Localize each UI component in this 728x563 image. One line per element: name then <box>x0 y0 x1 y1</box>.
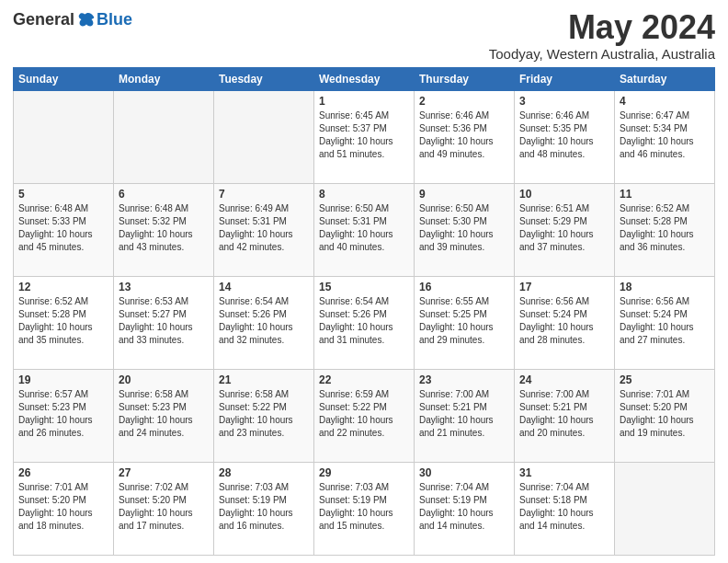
calendar-day-cell: 12Sunrise: 6:52 AM Sunset: 5:28 PM Dayli… <box>14 276 114 369</box>
calendar-day-cell: 9Sunrise: 6:50 AM Sunset: 5:30 PM Daylig… <box>415 183 515 276</box>
day-info: Sunrise: 6:55 AM Sunset: 5:25 PM Dayligh… <box>419 295 509 347</box>
day-number: 27 <box>119 466 209 479</box>
day-number: 26 <box>18 466 108 479</box>
day-info: Sunrise: 6:48 AM Sunset: 5:32 PM Dayligh… <box>119 202 209 254</box>
calendar-day-cell: 7Sunrise: 6:49 AM Sunset: 5:31 PM Daylig… <box>214 183 314 276</box>
calendar-day-cell: 14Sunrise: 6:54 AM Sunset: 5:26 PM Dayli… <box>214 276 314 369</box>
day-number: 8 <box>319 188 409 201</box>
day-info: Sunrise: 6:56 AM Sunset: 5:24 PM Dayligh… <box>620 295 710 347</box>
calendar-week-row: 5Sunrise: 6:48 AM Sunset: 5:33 PM Daylig… <box>14 183 715 276</box>
day-number: 30 <box>419 466 509 479</box>
day-number: 16 <box>419 281 509 293</box>
calendar-day-cell: 8Sunrise: 6:50 AM Sunset: 5:31 PM Daylig… <box>314 183 415 276</box>
day-info: Sunrise: 7:02 AM Sunset: 5:20 PM Dayligh… <box>119 481 209 533</box>
day-info: Sunrise: 6:56 AM Sunset: 5:24 PM Dayligh… <box>519 295 609 347</box>
calendar-day-cell: 22Sunrise: 6:59 AM Sunset: 5:22 PM Dayli… <box>314 369 415 462</box>
calendar-week-row: 19Sunrise: 6:57 AM Sunset: 5:23 PM Dayli… <box>14 369 715 462</box>
day-number: 2 <box>419 95 509 108</box>
weekday-header-monday: Monday <box>114 67 214 90</box>
calendar-day-cell: 2Sunrise: 6:46 AM Sunset: 5:36 PM Daylig… <box>415 90 515 183</box>
day-info: Sunrise: 6:50 AM Sunset: 5:30 PM Dayligh… <box>419 202 509 254</box>
calendar-day-cell: 13Sunrise: 6:53 AM Sunset: 5:27 PM Dayli… <box>114 276 214 369</box>
weekday-header-tuesday: Tuesday <box>214 67 314 90</box>
logo-blue-text: Blue <box>97 10 132 29</box>
day-info: Sunrise: 7:04 AM Sunset: 5:18 PM Dayligh… <box>519 481 609 533</box>
day-number: 29 <box>319 466 409 479</box>
calendar-table: SundayMondayTuesdayWednesdayThursdayFrid… <box>13 67 715 556</box>
day-info: Sunrise: 6:54 AM Sunset: 5:26 PM Dayligh… <box>219 295 309 347</box>
day-info: Sunrise: 7:00 AM Sunset: 5:21 PM Dayligh… <box>519 388 609 440</box>
day-number: 12 <box>18 281 108 293</box>
day-number: 20 <box>119 373 209 386</box>
day-info: Sunrise: 7:03 AM Sunset: 5:19 PM Dayligh… <box>319 481 409 533</box>
calendar-day-cell: 4Sunrise: 6:47 AM Sunset: 5:34 PM Daylig… <box>615 90 715 183</box>
calendar-day-cell: 31Sunrise: 7:04 AM Sunset: 5:18 PM Dayli… <box>515 462 615 555</box>
day-info: Sunrise: 6:59 AM Sunset: 5:22 PM Dayligh… <box>319 388 409 440</box>
month-title: May 2024 <box>489 9 715 46</box>
calendar-day-cell: 17Sunrise: 6:56 AM Sunset: 5:24 PM Dayli… <box>515 276 615 369</box>
calendar-day-cell: 1Sunrise: 6:45 AM Sunset: 5:37 PM Daylig… <box>314 90 415 183</box>
day-info: Sunrise: 6:45 AM Sunset: 5:37 PM Dayligh… <box>319 109 409 161</box>
day-info: Sunrise: 6:53 AM Sunset: 5:27 PM Dayligh… <box>119 295 209 347</box>
day-info: Sunrise: 7:03 AM Sunset: 5:19 PM Dayligh… <box>219 481 309 533</box>
day-number: 1 <box>319 95 409 108</box>
day-info: Sunrise: 6:58 AM Sunset: 5:22 PM Dayligh… <box>219 388 309 440</box>
day-number: 18 <box>620 281 710 293</box>
day-number: 7 <box>219 188 309 201</box>
day-number: 3 <box>519 95 609 108</box>
calendar-day-cell <box>615 462 715 555</box>
day-number: 5 <box>18 188 108 201</box>
calendar-day-cell: 19Sunrise: 6:57 AM Sunset: 5:23 PM Dayli… <box>14 369 114 462</box>
calendar-day-cell: 10Sunrise: 6:51 AM Sunset: 5:29 PM Dayli… <box>515 183 615 276</box>
calendar-day-cell: 27Sunrise: 7:02 AM Sunset: 5:20 PM Dayli… <box>114 462 214 555</box>
day-info: Sunrise: 6:57 AM Sunset: 5:23 PM Dayligh… <box>18 388 108 440</box>
day-number: 22 <box>319 373 409 386</box>
logo-general-text: General <box>13 10 74 29</box>
day-number: 23 <box>419 373 509 386</box>
day-info: Sunrise: 6:52 AM Sunset: 5:28 PM Dayligh… <box>620 202 710 254</box>
day-info: Sunrise: 6:58 AM Sunset: 5:23 PM Dayligh… <box>119 388 209 440</box>
weekday-header-saturday: Saturday <box>615 67 715 90</box>
calendar-day-cell: 23Sunrise: 7:00 AM Sunset: 5:21 PM Dayli… <box>415 369 515 462</box>
calendar-day-cell: 28Sunrise: 7:03 AM Sunset: 5:19 PM Dayli… <box>214 462 314 555</box>
day-info: Sunrise: 6:46 AM Sunset: 5:36 PM Dayligh… <box>419 109 509 161</box>
day-number: 21 <box>219 373 309 386</box>
calendar-day-cell: 24Sunrise: 7:00 AM Sunset: 5:21 PM Dayli… <box>515 369 615 462</box>
calendar-day-cell: 29Sunrise: 7:03 AM Sunset: 5:19 PM Dayli… <box>314 462 415 555</box>
calendar-day-cell: 11Sunrise: 6:52 AM Sunset: 5:28 PM Dayli… <box>615 183 715 276</box>
day-number: 19 <box>18 373 108 386</box>
day-number: 10 <box>519 188 609 201</box>
day-number: 17 <box>519 281 609 293</box>
day-info: Sunrise: 7:01 AM Sunset: 5:20 PM Dayligh… <box>18 481 108 533</box>
calendar-day-cell: 6Sunrise: 6:48 AM Sunset: 5:32 PM Daylig… <box>114 183 214 276</box>
calendar-day-cell <box>114 90 214 183</box>
weekday-header-sunday: Sunday <box>14 67 114 90</box>
calendar-week-row: 26Sunrise: 7:01 AM Sunset: 5:20 PM Dayli… <box>14 462 715 555</box>
day-info: Sunrise: 6:49 AM Sunset: 5:31 PM Dayligh… <box>219 202 309 254</box>
day-info: Sunrise: 6:47 AM Sunset: 5:34 PM Dayligh… <box>620 109 710 161</box>
day-info: Sunrise: 6:52 AM Sunset: 5:28 PM Dayligh… <box>18 295 108 347</box>
page: General Blue May 2024 Toodyay, Western A… <box>0 0 728 563</box>
calendar-day-cell: 18Sunrise: 6:56 AM Sunset: 5:24 PM Dayli… <box>615 276 715 369</box>
weekday-header-row: SundayMondayTuesdayWednesdayThursdayFrid… <box>14 67 715 90</box>
day-number: 6 <box>119 188 209 201</box>
calendar-day-cell: 20Sunrise: 6:58 AM Sunset: 5:23 PM Dayli… <box>114 369 214 462</box>
calendar-day-cell: 21Sunrise: 6:58 AM Sunset: 5:22 PM Dayli… <box>214 369 314 462</box>
calendar-week-row: 1Sunrise: 6:45 AM Sunset: 5:37 PM Daylig… <box>14 90 715 183</box>
day-number: 9 <box>419 188 509 201</box>
day-number: 13 <box>119 281 209 293</box>
weekday-header-friday: Friday <box>515 67 615 90</box>
day-info: Sunrise: 6:51 AM Sunset: 5:29 PM Dayligh… <box>519 202 609 254</box>
calendar-day-cell: 25Sunrise: 7:01 AM Sunset: 5:20 PM Dayli… <box>615 369 715 462</box>
day-number: 28 <box>219 466 309 479</box>
day-number: 11 <box>620 188 710 201</box>
day-info: Sunrise: 6:54 AM Sunset: 5:26 PM Dayligh… <box>319 295 409 347</box>
calendar-day-cell: 5Sunrise: 6:48 AM Sunset: 5:33 PM Daylig… <box>14 183 114 276</box>
calendar-week-row: 12Sunrise: 6:52 AM Sunset: 5:28 PM Dayli… <box>14 276 715 369</box>
calendar-day-cell <box>214 90 314 183</box>
logo-bird-icon <box>76 9 97 29</box>
day-info: Sunrise: 6:50 AM Sunset: 5:31 PM Dayligh… <box>319 202 409 254</box>
weekday-header-thursday: Thursday <box>415 67 515 90</box>
day-number: 4 <box>620 95 710 108</box>
weekday-header-wednesday: Wednesday <box>314 67 415 90</box>
